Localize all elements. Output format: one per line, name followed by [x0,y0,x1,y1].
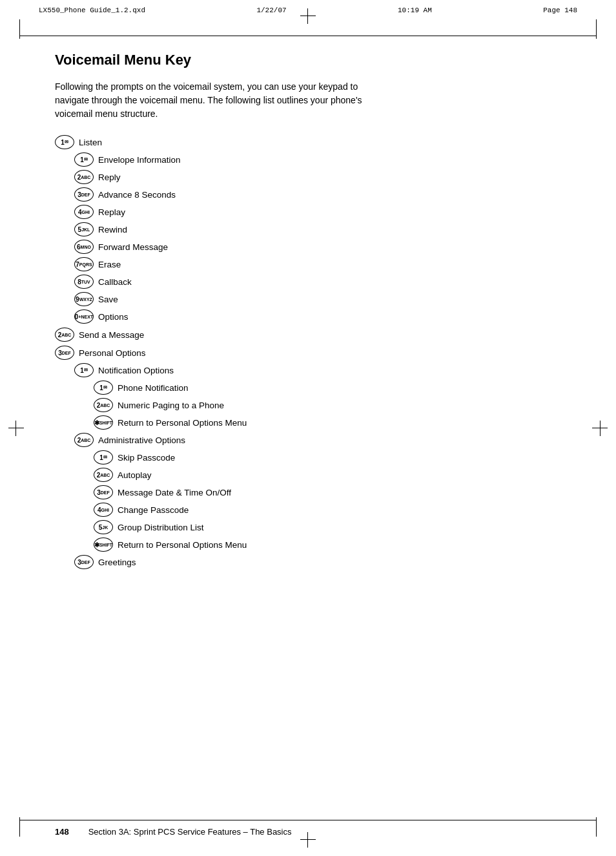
key-3-msg-date: 3DEF [94,485,113,499]
menu-item-admin: 2ABC Administrative Options [74,433,561,447]
menu-item-erase: 7PQRS Erase [74,257,561,271]
menu-item-notification: 1✉ Notification Options [74,363,561,377]
label-forward: Forward Message [98,242,168,252]
key-1-notification: 1✉ [74,363,94,377]
key-2-autoplay: 2ABC [94,468,113,482]
intro-paragraph: Following the prompts on the voicemail s… [55,80,391,121]
menu-item-msg-date: 3DEF Message Date & Time On/Off [94,485,561,499]
key-star-return-notif: ✱SHIFT [94,415,113,430]
border-left-bottom [19,817,20,837]
header-time: 10:19 AM [398,6,432,14]
key-1-envelope: 1✉ [74,152,94,167]
key-2-numeric: 2ABC [94,398,113,412]
key-4-replay: 4GHI [74,205,94,219]
key-0-options: 0+NEXT [74,309,94,324]
border-top [19,36,597,36]
menu-item-group-dist: 5JK Group Distribution List [94,520,561,534]
menu-item-callback: 8TUV Callback [74,275,561,289]
label-numeric: Numeric Paging to a Phone [118,401,224,410]
header-page: Page 148 [543,6,577,14]
menu-item-envelope: 1✉ Envelope Information [74,152,561,167]
key-2-send: 2ABC [55,328,74,342]
key-5-group: 5JK [94,520,113,534]
menu-item-listen: 1✉ Listen [55,135,561,149]
label-replay: Replay [98,207,125,217]
menu-item-skip-pass: 1✉ Skip Passcode [94,450,561,465]
key-3-advance: 3DEF [74,187,94,202]
label-callback: Callback [98,277,132,287]
voicemail-menu: 1✉ Listen 1✉ Envelope Information 2ABC R… [55,135,561,569]
label-advance: Advance 8 Seconds [98,190,176,200]
page-header: LX550_Phone Guide_1.2.qxd 1/22/07 10:19 … [39,6,577,14]
key-6-forward: 6MNO [74,240,94,254]
menu-item-options: 0+NEXT Options [74,309,561,324]
label-rewind: Rewind [98,225,127,235]
menu-item-save: 9WXYZ Save [74,292,561,306]
menu-item-forward: 6MNO Forward Message [74,240,561,254]
border-right-top [596,19,597,39]
border-bottom [19,820,597,820]
page-footer: 148 Section 3A: Sprint PCS Service Featu… [55,827,561,837]
menu-item-replay: 4GHI Replay [74,205,561,219]
label-save: Save [98,295,118,304]
label-options: Options [98,312,128,322]
label-greetings: Greetings [98,558,136,567]
key-1-skip: 1✉ [94,450,113,465]
menu-item-reply: 2ABC Reply [74,170,561,184]
menu-item-return-notif: ✱SHIFT Return to Personal Options Menu [94,415,561,430]
menu-item-autoplay: 2ABC Autoplay [94,468,561,482]
page-title: Voicemail Menu Key [55,52,561,68]
label-autoplay: Autoplay [118,470,152,480]
label-notification: Notification Options [98,366,174,375]
menu-item-greetings: 3DEF Greetings [74,555,561,569]
footer-section-text: Section 3A: Sprint PCS Service Features … [88,827,292,837]
key-1-phone-notif: 1✉ [94,381,113,395]
menu-item-phone-notif: 1✉ Phone Notification [94,381,561,395]
menu-item-advance: 3DEF Advance 8 Seconds [74,187,561,202]
label-personal: Personal Options [79,348,146,358]
header-filename: LX550_Phone Guide_1.2.qxd [39,6,145,14]
key-2-admin: 2ABC [74,433,94,447]
label-group: Group Distribution List [118,523,204,532]
key-1-listen: 1✉ [55,135,74,149]
menu-item-send: 2ABC Send a Message [55,328,561,342]
key-2-reply: 2ABC [74,170,94,184]
menu-item-rewind: 5JKL Rewind [74,222,561,236]
key-star-return-admin: ✱SHIFT [94,538,113,552]
border-left-top [19,19,20,39]
label-envelope: Envelope Information [98,155,181,165]
menu-item-change-pass: 4GHI Change Passcode [94,503,561,517]
label-msg-date: Message Date & Time On/Off [118,488,231,497]
key-3-personal: 3DEF [55,346,74,360]
label-phone-notif: Phone Notification [118,383,189,393]
border-right-bottom [596,817,597,837]
key-3-greetings: 3DEF [74,555,94,569]
label-send: Send a Message [79,330,144,340]
key-7-erase: 7PQRS [74,257,94,271]
footer-page-number: 148 [55,827,69,837]
menu-item-numeric-paging: 2ABC Numeric Paging to a Phone [94,398,561,412]
label-erase: Erase [98,260,121,269]
key-4-change: 4GHI [94,503,113,517]
key-9-save: 9WXYZ [74,292,94,306]
key-5-rewind: 5JKL [74,222,94,236]
header-date: 1/22/07 [256,6,286,14]
label-skip: Skip Passcode [118,453,175,463]
label-admin: Administrative Options [98,435,185,445]
label-reply: Reply [98,172,121,182]
label-return-admin: Return to Personal Options Menu [118,540,247,550]
menu-item-return-admin: ✱SHIFT Return to Personal Options Menu [94,538,561,552]
label-change: Change Passcode [118,505,189,515]
main-content: Voicemail Menu Key Following the prompts… [55,52,561,572]
key-8-callback: 8TUV [74,275,94,289]
menu-item-personal: 3DEF Personal Options [55,346,561,360]
label-listen: Listen [79,138,102,147]
label-return-notif: Return to Personal Options Menu [118,418,247,428]
